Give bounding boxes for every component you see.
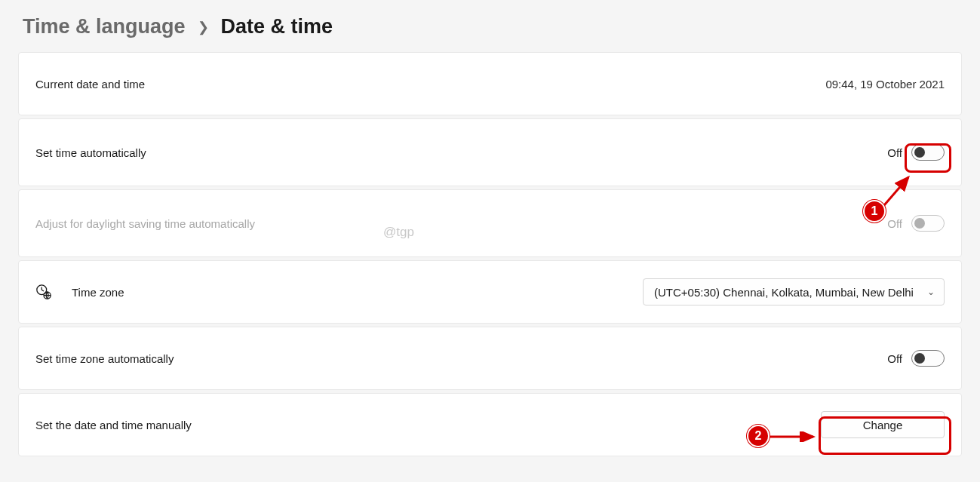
current-date-time-row: Current date and time 09:44, 19 October … bbox=[18, 52, 962, 115]
change-button[interactable]: Change bbox=[821, 411, 945, 438]
dst-label: Adjust for daylight saving time automati… bbox=[35, 217, 255, 230]
current-date-time-value: 09:44, 19 October 2021 bbox=[825, 78, 945, 91]
set-manual-row: Set the date and time manually Change bbox=[18, 393, 962, 456]
clock-globe-icon bbox=[35, 284, 52, 300]
set-timezone-auto-label: Set time zone automatically bbox=[35, 352, 174, 365]
set-time-auto-label: Set time automatically bbox=[35, 146, 146, 159]
timezone-select-value: (UTC+05:30) Chennai, Kolkata, Mumbai, Ne… bbox=[654, 286, 914, 299]
chevron-down-icon: ⌄ bbox=[927, 287, 935, 297]
timezone-select[interactable]: (UTC+05:30) Chennai, Kolkata, Mumbai, Ne… bbox=[643, 278, 945, 305]
set-timezone-auto-toggle[interactable] bbox=[911, 350, 945, 367]
set-time-auto-state: Off bbox=[887, 146, 902, 159]
dst-toggle bbox=[911, 215, 945, 232]
timezone-label: Time zone bbox=[72, 286, 124, 299]
breadcrumb-current: Date & time bbox=[221, 15, 333, 38]
set-timezone-auto-state: Off bbox=[887, 352, 902, 365]
set-manual-label: Set the date and time manually bbox=[35, 419, 192, 431]
breadcrumb-parent[interactable]: Time & language bbox=[23, 15, 186, 38]
breadcrumb: Time & language ❯ Date & time bbox=[0, 0, 980, 52]
svg-line-2 bbox=[41, 290, 44, 291]
set-timezone-auto-row: Set time zone automatically Off bbox=[18, 327, 962, 390]
set-time-auto-row: Set time automatically Off bbox=[18, 118, 962, 186]
current-date-time-label: Current date and time bbox=[35, 78, 145, 91]
dst-state: Off bbox=[887, 217, 902, 230]
chevron-right-icon: ❯ bbox=[198, 19, 209, 35]
dst-row: Adjust for daylight saving time automati… bbox=[18, 189, 962, 257]
set-time-auto-toggle[interactable] bbox=[911, 144, 945, 161]
timezone-row: Time zone (UTC+05:30) Chennai, Kolkata, … bbox=[18, 260, 962, 324]
